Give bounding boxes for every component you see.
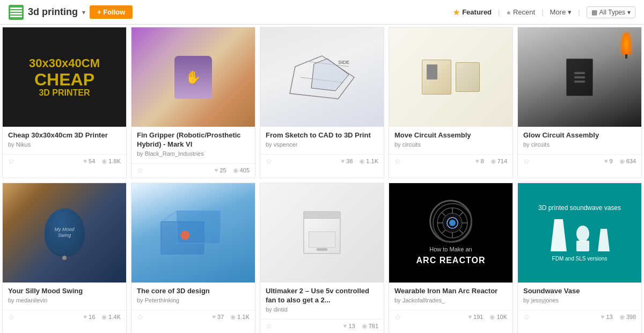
card-arc-reactor: How to Make an ARC REACTOR Wearable Iron… bbox=[389, 183, 513, 333]
card-ultimaker: Ultimaker 2 – Use 5v controlled fan to a… bbox=[260, 183, 384, 333]
card-title-glow-circuit[interactable]: Glow Circuit Assembly bbox=[523, 131, 636, 140]
eye-icon: ◉ bbox=[101, 313, 107, 321]
favorite-star[interactable]: ☆ bbox=[266, 157, 273, 165]
favorite-star[interactable]: ☆ bbox=[266, 322, 273, 330]
vase-short bbox=[596, 229, 611, 251]
card-image-arc-reactor[interactable]: How to Make an ARC REACTOR bbox=[389, 183, 513, 283]
card-title-mood-swing[interactable]: Your Silly Mood Swing bbox=[8, 287, 121, 296]
card-title-ultimaker[interactable]: Ultimaker 2 – Use 5v controlled fan to a… bbox=[266, 287, 378, 305]
all-types-arrow: ▾ bbox=[627, 9, 631, 16]
eye-icon: ◉ bbox=[491, 157, 496, 165]
views-stat: ◉ 634 bbox=[619, 157, 636, 165]
separator-3: | bbox=[578, 8, 580, 16]
top-bar-left: 3d printing ▾ + Follow bbox=[9, 5, 133, 20]
card-author-move-circuit: by circuits bbox=[394, 141, 507, 148]
views-stat: ◉ 398 bbox=[619, 313, 636, 321]
recent-label: Recent bbox=[513, 8, 535, 16]
eye-icon: ◉ bbox=[230, 313, 236, 321]
eye-icon: ◉ bbox=[619, 313, 625, 321]
card-fin-gripper: ✋ Fin Gripper (Robotic/Prosthetic Hybrid… bbox=[131, 27, 255, 178]
card-image-soundwave[interactable]: 3D printed soundwave vases FDM and SLS v… bbox=[518, 183, 641, 283]
card-3d-design: The core of 3D design by Peterthinking ☆… bbox=[131, 183, 255, 333]
top-bar: 3d printing ▾ + Follow ★ Featured | ● Re… bbox=[0, 0, 644, 25]
nav-more[interactable]: More ▾ bbox=[550, 8, 572, 16]
favorite-star[interactable]: ☆ bbox=[394, 313, 401, 321]
card-author-arc-reactor: by Jackofalltrades_ bbox=[394, 297, 507, 303]
svg-rect-0 bbox=[10, 8, 22, 9]
card-image-cheap-printer[interactable]: 30x30x40CM CHEAP 3D PRINTER bbox=[3, 27, 126, 127]
card-author-mood-swing: by medanilevin bbox=[8, 297, 121, 303]
eye-icon: ◉ bbox=[489, 313, 495, 321]
vase-tall bbox=[548, 219, 569, 251]
favorite-star[interactable]: ☆ bbox=[523, 157, 530, 165]
card-footer-cheap-printer: ☆ ♥ 54 ◉ 1.8K bbox=[3, 154, 126, 169]
heart-icon: ♥ bbox=[468, 313, 472, 321]
card-author-glow-circuit: by circuits bbox=[523, 141, 636, 148]
recent-dot-icon: ● bbox=[506, 8, 510, 17]
favorite-star[interactable]: ☆ bbox=[8, 157, 15, 165]
card-footer-arc-reactor: ☆ ♥ 191 ◉ 10K bbox=[389, 310, 513, 324]
heart-icon: ♥ bbox=[214, 166, 218, 174]
channel-dropdown-arrow[interactable]: ▾ bbox=[82, 9, 85, 16]
favorite-star[interactable]: ☆ bbox=[137, 166, 144, 175]
card-title-sketch[interactable]: From Sketch to CAD to 3D Print bbox=[266, 131, 378, 140]
card-body-fin-gripper: Fin Gripper (Robotic/Prosthetic Hybrid) … bbox=[131, 127, 255, 162]
svg-rect-3 bbox=[10, 16, 22, 17]
star-icon: ★ bbox=[453, 8, 460, 17]
card-image-ultimaker[interactable] bbox=[260, 183, 384, 283]
arc-reactor-outer-ring bbox=[429, 200, 472, 243]
vase-medium bbox=[575, 226, 591, 251]
heart-icon: ♥ bbox=[343, 322, 347, 330]
card-image-fin-gripper[interactable]: ✋ bbox=[131, 27, 255, 127]
card-image-3d-design[interactable] bbox=[131, 183, 255, 283]
svg-line-28 bbox=[459, 212, 463, 216]
printer-text-line1: 30x30x40CM bbox=[29, 56, 100, 70]
likes-stat: ♥ 9 bbox=[604, 157, 612, 165]
svg-rect-2 bbox=[10, 13, 22, 15]
views-stat: ◉ 405 bbox=[233, 166, 250, 174]
card-title-cheap-printer[interactable]: Cheap 30x30x40cm 3D Printer bbox=[8, 131, 121, 140]
card-body-arc-reactor: Wearable Iron Man Arc Reactor by Jackofa… bbox=[389, 283, 513, 309]
card-body-sketch: From Sketch to CAD to 3D Print by vspenc… bbox=[260, 127, 384, 153]
likes-stat: ♥ 16 bbox=[83, 313, 95, 321]
card-title-soundwave[interactable]: Soundwave Vase bbox=[523, 287, 636, 296]
channel-title: 3d printing bbox=[28, 6, 78, 18]
svg-text:SIDE: SIDE bbox=[338, 60, 349, 65]
card-image-glow-circuit[interactable] bbox=[518, 27, 641, 127]
arc-text-line1: How to Make an bbox=[429, 246, 472, 252]
svg-line-26 bbox=[442, 212, 445, 216]
card-footer-fin-gripper: ☆ ♥ 25 ◉ 405 bbox=[131, 163, 255, 178]
grid-icon: ▦ bbox=[591, 9, 597, 16]
views-stat: ◉ 1.1K bbox=[230, 313, 250, 321]
follow-button[interactable]: + Follow bbox=[90, 5, 133, 19]
card-cheap-printer: 30x30x40CM CHEAP 3D PRINTER Cheap 30x30x… bbox=[2, 27, 127, 178]
card-title-3d-design[interactable]: The core of 3D design bbox=[137, 287, 250, 296]
favorite-star[interactable]: ☆ bbox=[523, 313, 530, 321]
card-image-mood-swing[interactable]: My MoodSwing bbox=[3, 183, 126, 283]
separator-2: | bbox=[541, 8, 543, 16]
nav-recent[interactable]: ● Recent bbox=[506, 8, 535, 17]
likes-stat: ♥ 8 bbox=[475, 157, 484, 165]
heart-icon: ♥ bbox=[83, 313, 87, 321]
favorite-star[interactable]: ☆ bbox=[394, 157, 401, 165]
views-stat: ◉ 1.1K bbox=[359, 157, 378, 165]
more-label: More bbox=[550, 8, 566, 16]
nav-featured[interactable]: ★ Featured bbox=[453, 8, 492, 17]
favorite-star[interactable]: ☆ bbox=[137, 313, 144, 321]
views-stat: ◉ 1.8K bbox=[101, 157, 121, 165]
favorite-star[interactable]: ☆ bbox=[8, 313, 15, 321]
card-title-fin-gripper[interactable]: Fin Gripper (Robotic/Prosthetic Hybrid) … bbox=[137, 131, 250, 149]
card-body-ultimaker: Ultimaker 2 – Use 5v controlled fan to a… bbox=[260, 283, 384, 318]
card-title-arc-reactor[interactable]: Wearable Iron Man Arc Reactor bbox=[394, 287, 507, 296]
card-footer-3d-design: ☆ ♥ 37 ◉ 1.1K bbox=[131, 310, 255, 324]
heart-icon: ♥ bbox=[601, 313, 604, 321]
card-author-fin-gripper: by Black_Ram_Industries bbox=[137, 150, 250, 157]
all-types-button[interactable]: ▦ All Types ▾ bbox=[587, 6, 635, 18]
card-image-move-circuit[interactable] bbox=[389, 27, 513, 127]
card-footer-glow-circuit: ☆ ♥ 9 ◉ 634 bbox=[518, 154, 641, 169]
svg-line-14 bbox=[204, 243, 220, 254]
card-image-sketch[interactable]: SIDE bbox=[260, 27, 384, 127]
eye-icon: ◉ bbox=[362, 322, 367, 330]
card-author-3d-design: by Peterthinking bbox=[137, 297, 250, 303]
card-title-move-circuit[interactable]: Move Circuit Assembly bbox=[394, 131, 507, 140]
